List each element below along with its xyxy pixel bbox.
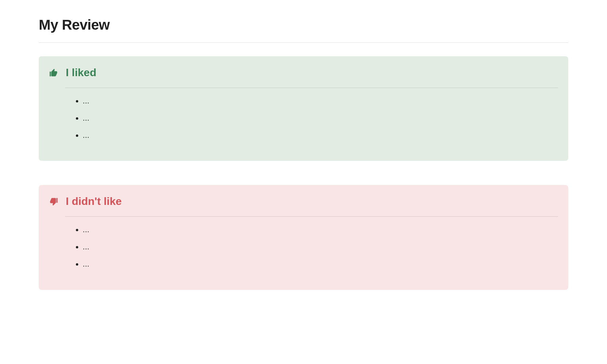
disliked-card: I didn't like ... ... ... <box>39 185 568 290</box>
liked-card: I liked ... ... ... <box>39 56 568 161</box>
liked-list: ... ... ... <box>49 96 558 140</box>
list-item: ... <box>83 259 558 269</box>
list-item: ... <box>83 225 558 235</box>
title-divider <box>39 42 568 43</box>
thumbs-down-icon <box>49 197 58 206</box>
page-title: My Review <box>39 17 568 33</box>
disliked-list: ... ... ... <box>49 225 558 269</box>
list-item: ... <box>83 130 558 140</box>
thumbs-up-icon <box>49 68 58 78</box>
list-item: ... <box>83 242 558 252</box>
list-item: ... <box>83 96 558 106</box>
disliked-header: I didn't like <box>49 195 558 208</box>
disliked-heading: I didn't like <box>66 195 122 208</box>
disliked-divider <box>65 216 558 217</box>
liked-divider <box>65 88 558 88</box>
liked-header: I liked <box>49 66 558 79</box>
list-item: ... <box>83 113 558 123</box>
liked-heading: I liked <box>66 66 96 79</box>
